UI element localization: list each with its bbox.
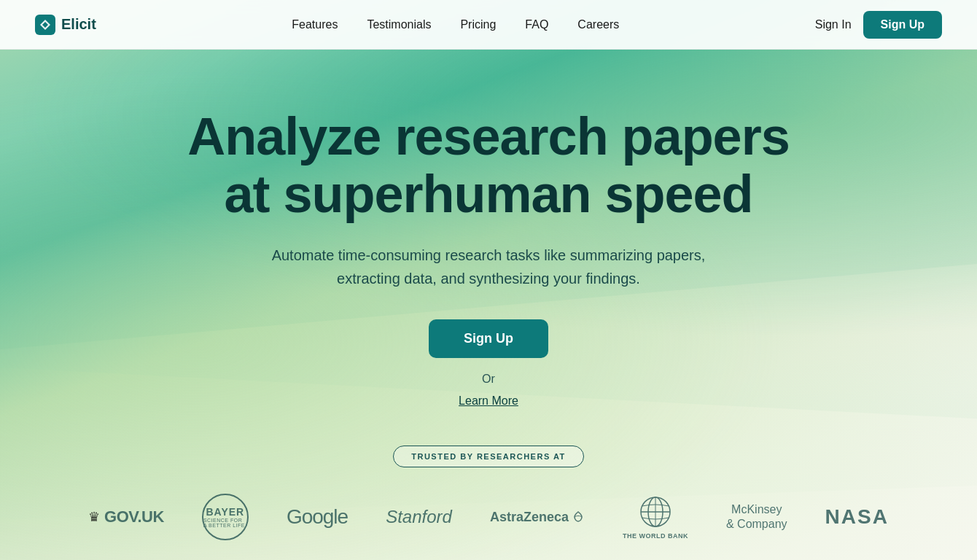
trusted-badge: TRUSTED BY RESEARCHERS AT xyxy=(393,446,583,467)
trusted-section: TRUSTED BY RESEARCHERS AT ♛ GOV.UK BAYER… xyxy=(88,446,889,560)
logo-text: Elicit xyxy=(61,16,96,33)
logo-astrazeneca: AstraZeneca xyxy=(490,510,585,525)
navbar: Elicit Features Testimonials Pricing FAQ… xyxy=(0,0,977,50)
govuk-text: GOV.UK xyxy=(104,508,164,526)
signin-button[interactable]: Sign In xyxy=(815,18,852,31)
logo-govuk: ♛ GOV.UK xyxy=(88,508,164,526)
nav-features[interactable]: Features xyxy=(292,18,338,31)
logo-worldbank: THE WORLD BANK xyxy=(623,494,688,540)
nav-testimonials[interactable]: Testimonials xyxy=(367,18,431,31)
astrazeneca-icon xyxy=(572,510,585,524)
nav-careers[interactable]: Careers xyxy=(577,18,619,31)
worldbank-globe-icon xyxy=(638,494,673,529)
logo-icon xyxy=(35,15,55,35)
nav-links: Features Testimonials Pricing FAQ Career… xyxy=(292,18,619,31)
signup-nav-button[interactable]: Sign Up xyxy=(863,11,942,39)
logo-bayer: BAYER SCIENCE FOR A BETTER LIFE xyxy=(202,494,249,540)
logo-mckinsey: McKinsey & Company xyxy=(726,502,787,533)
logo-google: Google xyxy=(287,505,348,529)
hero-section: Analyze research papers at superhuman sp… xyxy=(0,0,977,560)
hero-title: Analyze research papers at superhuman sp… xyxy=(187,108,789,223)
logo-link[interactable]: Elicit xyxy=(35,15,96,35)
nav-actions: Sign In Sign Up xyxy=(815,11,942,39)
logo-stanford: Stanford xyxy=(386,507,452,527)
hero-content: Analyze research papers at superhuman sp… xyxy=(187,50,789,408)
signup-hero-button[interactable]: Sign Up xyxy=(429,319,548,358)
hero-subtitle: Automate time-consuming research tasks l… xyxy=(262,244,715,290)
stanford-text: Stanford xyxy=(386,507,452,527)
logo-nasa: NASA xyxy=(825,505,889,529)
nav-faq[interactable]: FAQ xyxy=(525,18,548,31)
logos-row: ♛ GOV.UK BAYER SCIENCE FOR A BETTER LIFE… xyxy=(88,494,889,540)
learn-more-button[interactable]: Learn More xyxy=(459,394,518,408)
govuk-crown-icon: ♛ xyxy=(88,509,100,525)
hero-or-text: Or xyxy=(482,373,495,386)
nav-pricing[interactable]: Pricing xyxy=(460,18,496,31)
